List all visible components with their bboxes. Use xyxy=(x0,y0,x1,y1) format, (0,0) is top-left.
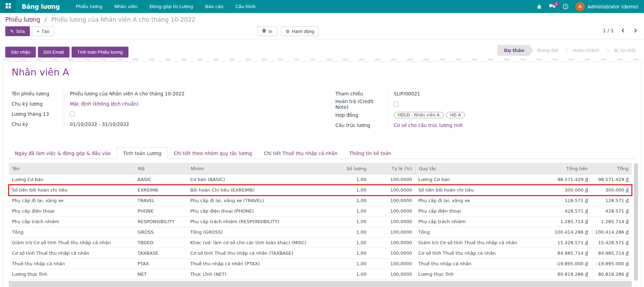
cell-ty-le: 100,0000 xyxy=(370,269,415,280)
checkbox-luong-thang-13[interactable] xyxy=(70,112,75,116)
cell-nhom: Cơ bản (BASIC) xyxy=(187,177,334,182)
cell-tong-tien: 98.571.429 đ xyxy=(540,174,591,185)
table-row-taxbase[interactable]: Cơ sở tính Thuế thu nhập cá nhânTAXBASEC… xyxy=(9,248,632,259)
cell-ty-le: 100,0000 xyxy=(370,174,415,185)
column-header-ma[interactable]: Mã xyxy=(134,163,187,174)
gui-email-button[interactable]: Gửi Email xyxy=(38,47,69,58)
table-row-net[interactable]: Lương thực lĩnhNETThực Lĩnh (NET)1,00100… xyxy=(9,269,632,280)
nav-menu-bao-cao[interactable]: Báo cáo xyxy=(199,0,229,13)
nav-menu-dong-gop-tu-luong[interactable]: Đóng góp từ Lương xyxy=(144,0,199,13)
currency-symbol: đ xyxy=(626,272,629,277)
activities-clock-icon[interactable] xyxy=(563,4,569,9)
status-step-du-thao[interactable]: Dự thảo xyxy=(498,45,533,56)
field-row-hoan-tra-credit-note: Hoàn trả (Credit Note) xyxy=(336,99,630,110)
currency-symbol: đ xyxy=(626,229,629,235)
currency-symbol: đ xyxy=(585,219,588,224)
column-header-tong[interactable]: Tổng xyxy=(591,163,632,174)
table-row-travel[interactable]: Phụ cấp đi lại, xăng xeTRAVELPhụ cấp đi … xyxy=(9,195,632,206)
gear-icon: ⚙ xyxy=(286,29,290,34)
nav-menu-phieu-luong[interactable]: Phiếu lương xyxy=(70,0,108,13)
nav-menu-cau-hinh[interactable]: Cấu hình xyxy=(229,0,261,13)
cell-so-luong: 1,00 xyxy=(334,269,370,280)
cell-tong-tien: 100.414.286 đ xyxy=(540,227,591,238)
cell-so-luong: 1,00 xyxy=(334,227,370,238)
app-title[interactable]: Bảng lương xyxy=(22,3,60,10)
user-menu[interactable]: A Administrator (demo) xyxy=(576,2,638,11)
field-value-hop-dong: HĐLĐ - Nhân viên AHĐ A xyxy=(388,112,465,118)
currency-symbol: đ xyxy=(626,177,629,182)
cell-so-luong: 1,00 xyxy=(334,216,370,227)
table-row-ptax[interactable]: Thuế thu nhập cá nhânPTAXThuế thu nhập c… xyxy=(9,259,632,269)
tab-tinh-toan-luong[interactable]: Tính toán Lương xyxy=(117,147,168,159)
cell-ty-le: 100,0000 xyxy=(370,206,415,216)
cell-tong-tien: 80.819.286 đ xyxy=(540,269,591,280)
cell-quy-tac: Thuế thu nhập cá nhân xyxy=(415,261,540,266)
tab-chi-tiet-theo-nhom-quy-tac-luong[interactable]: Chi tiết theo nhóm quy tắc lương xyxy=(168,147,258,159)
cell-quy-tac: Lương Cơ bản xyxy=(415,177,540,182)
status-step-bi-tu-choi[interactable]: Bị từ chối xyxy=(610,45,640,56)
table-row-gross[interactable]: TổngGROSSTổng (GROSS)1,00100,0000Tổng100… xyxy=(9,227,632,238)
pager-previous-icon[interactable] xyxy=(622,28,625,32)
cell-ma: TBDED xyxy=(134,240,187,245)
messages-icon[interactable]: 5 xyxy=(549,4,556,9)
salary-lines-table: TênMãNhómSố lượngTỷ lệ (%)Quy tắcTổng ti… xyxy=(9,163,632,280)
cell-quy-tac: Tổng xyxy=(415,229,540,235)
print-button[interactable]: In xyxy=(257,26,277,36)
field-link-cau-truc-luong[interactable]: Cơ sở cho cấu trúc lương mới xyxy=(394,122,463,128)
cell-ma: RESPONSIBILITY xyxy=(134,219,187,224)
column-header-tong-tien[interactable]: Tổng tiền xyxy=(540,163,591,174)
cell-quy-tac: Phụ cấp đi lại, xăng xe xyxy=(415,198,540,203)
tag-hd-a[interactable]: HĐ A xyxy=(446,112,465,118)
cell-ty-le: 100,0000 xyxy=(370,248,415,259)
cell-ten: Tổng xyxy=(9,229,134,235)
cell-so-luong: 1,00 xyxy=(334,185,370,195)
field-value-tham-chieu: SLIP/00021 xyxy=(388,91,420,96)
nav-menu-nhan-vien[interactable]: Nhân viên xyxy=(108,0,144,13)
column-header-ty-le[interactable]: Tỷ lệ (%) xyxy=(370,163,415,174)
column-header-ten[interactable]: Tên xyxy=(9,163,134,174)
table-row-exreimb[interactable]: Số tiền bồi hoàn chi tiêuEXREIMBBồi hoàn… xyxy=(9,185,632,195)
currency-symbol: đ xyxy=(626,261,629,266)
status-step-hoan-thanh[interactable]: Hoàn thành xyxy=(569,45,604,56)
status-steps: Dự thảoĐang đợiHoàn thànhBị từ chối xyxy=(498,45,640,56)
currency-symbol: đ xyxy=(585,177,588,182)
vertical-scrollbar[interactable] xyxy=(634,163,638,281)
table-row-tbded[interactable]: Giảm trừ Cơ sở tính Thuế thu nhập cá nhâ… xyxy=(9,238,632,248)
checkbox-hoan-tra-credit-note[interactable] xyxy=(394,102,399,107)
cell-quy-tac: Phụ cấp điện thoại xyxy=(415,208,540,214)
cell-tong: 100.414.286 đ xyxy=(591,227,632,238)
tab-thong-tin-ke-toan[interactable]: Thông tin kế toán xyxy=(344,147,397,159)
cell-nhom: Bồi hoàn Chi tiêu (EXREIMB) xyxy=(187,187,334,193)
table-row-basic[interactable]: Lương Cơ bảnBASICCơ bản (BASIC)1,00100,0… xyxy=(9,174,632,185)
tinh-toan-phieu-luong-button[interactable]: Tính toán Phiếu lương xyxy=(72,47,128,58)
cell-quy-tac: Lương thực lĩnh xyxy=(415,272,540,277)
cell-so-luong: 1,00 xyxy=(334,195,370,206)
tag-hdld-nhan-vien-a[interactable]: HĐLĐ - Nhân viên A xyxy=(394,112,444,118)
currency-symbol: đ xyxy=(626,208,629,214)
column-header-so-luong[interactable]: Số lượng xyxy=(334,163,370,174)
create-button[interactable]: + Tạo xyxy=(32,26,54,36)
table-row-responsibility[interactable]: Phụ cấp trách nhiệmRESPONSIBILITYPhụ cấp… xyxy=(9,216,632,227)
edit-button[interactable]: ✎ Sửa xyxy=(5,26,30,36)
field-link-chu-ky-luong[interactable]: Mặc định (không lệch chuẩn) xyxy=(70,101,139,107)
xac-nhan-button[interactable]: Xác nhận xyxy=(5,47,36,58)
breadcrumb-parent-link[interactable]: Phiếu lương xyxy=(5,16,40,23)
table-footer-strip xyxy=(9,281,632,287)
debug-bug-icon[interactable] xyxy=(537,4,542,9)
pager-next-icon[interactable] xyxy=(633,28,637,32)
plus-icon: + xyxy=(37,29,40,34)
breadcrumb-current: Phiếu lương của Nhân viên A cho tháng 10… xyxy=(51,16,195,23)
form-fields: Tên phiếu lươngPhiếu lương của Nhân viên… xyxy=(12,88,629,130)
table-row-phone[interactable]: Phụ cấp điện thoạiPHONEPhụ cấp điện thoạ… xyxy=(9,206,632,216)
column-header-nhom[interactable]: Nhóm xyxy=(187,163,334,174)
cell-nhom: Phụ cấp điện thoại (PHONE) xyxy=(187,208,334,214)
tab-ngay-da-lam-viec-dong-gop-dau-vao[interactable]: Ngày đã làm việc & đóng góp & đầu vào xyxy=(9,147,117,159)
top-navbar: Bảng lương Phiếu lươngNhân viênĐóng góp … xyxy=(0,0,644,13)
step-separator-icon xyxy=(604,48,609,53)
currency-symbol: đ xyxy=(626,219,629,224)
column-header-quy-tac[interactable]: Quy tắc xyxy=(415,163,540,174)
status-step-dang-doi[interactable]: Đang đợi xyxy=(533,45,562,56)
action-button[interactable]: ⚙ Hành động xyxy=(281,26,319,36)
apps-menu-button[interactable] xyxy=(0,0,16,13)
tab-chi-tiet-thue-thu-nhap-ca-nhan[interactable]: Chi tiết Thuế thu nhập cá nhân xyxy=(258,147,344,159)
